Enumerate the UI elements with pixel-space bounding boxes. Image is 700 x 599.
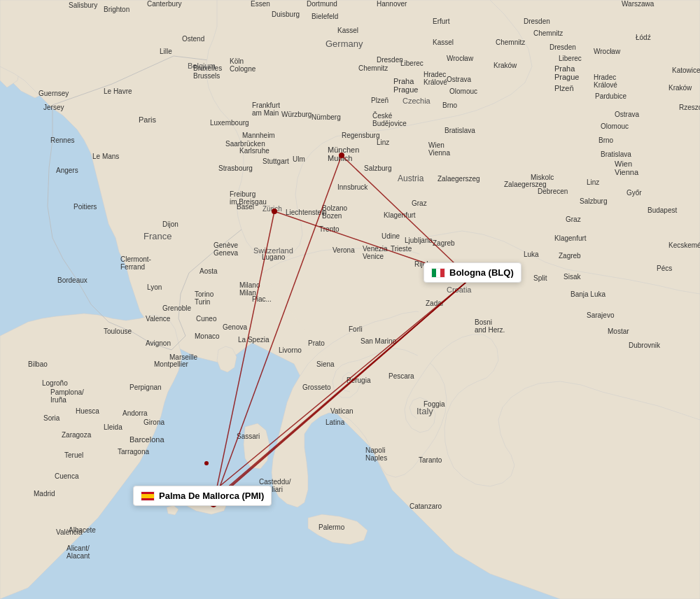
city-catanzaro: Catanzaro [410,502,442,510]
city-plzen2: Plzeň [554,84,574,92]
city-geneva: GenèveGeneva [214,241,238,257]
city-sisak: Sisak [564,273,580,281]
city-erfurt: Erfurt [433,17,449,25]
city-torino: TorinoTurin [195,290,214,306]
city-udine: Udine [382,232,400,240]
city-montpellier: Montpellier [154,360,188,368]
city-madrid: Madrid [34,490,55,498]
city-poitiers: Poitiers [74,203,97,211]
city-logrono: Logroño [42,379,68,387]
city-dubrovnik: Dubrovnik [629,341,660,349]
city-perugia: Perugia [346,376,370,384]
city-kassel: Kassel [433,38,454,46]
city-gyor: Győr [626,189,642,197]
city-zadar: Zadar [426,300,444,307]
city-stuttgart: Stuttgart [262,157,289,165]
city-frankfurt: Frankfurtam Main [252,101,280,117]
city-hradec2: HradecKrálové [594,73,617,89]
city-zalaegerszeg2: Zalaegerszeg [504,181,547,188]
city-bratislava2: Bratislava [601,150,631,158]
city-latina: Latina [326,418,344,426]
city-valence: Valence [146,315,170,323]
city-le-havre: Le Havre [104,87,132,95]
city-girona: Girona [144,418,164,426]
city-bolzano: BolzanoBozen [322,204,347,220]
city-liechtenstein: Liechtenstein [286,209,327,216]
city-graz2: Graz [566,216,581,223]
city-chemnitz3: Chemnitz [533,29,563,37]
city-lugano: Lugano [262,253,285,261]
city-essen: Essen [251,0,270,8]
city-zurich: Zürich [262,205,282,213]
city-prato: Prato [308,339,325,347]
city-zalaegerszeg: Zalaegerszeg [438,175,480,183]
city-germany: Germany [326,38,363,49]
city-bordeaux: Bordeaux [57,276,88,284]
city-pamplona: Pamplona/Iruña [50,388,84,404]
city-sassari: Sassari [237,432,260,440]
city-liberec: Liberec [400,59,424,67]
city-hannover: Hannover [377,0,407,8]
city-vienna2: WienVienna [615,160,638,176]
city-ceske: ČeskéBudějovice [372,112,407,127]
city-san-marino: San Marino [360,337,396,345]
city-bilbao: Bilbao [28,360,48,368]
city-paris: Paris [139,115,156,124]
city-duisburg: Duisburg [272,10,300,18]
city-chemnitz: Chemnitz [358,64,388,72]
city-salzburg: Salzburg [364,164,391,172]
city-cologne: KölnCologne [230,57,255,73]
city-zaragoza: Zaragoza [62,431,91,439]
city-prague: PrahaPrague [393,77,418,94]
city-croatia: Croatia [447,286,471,294]
city-naples: NapoliNaples [365,446,387,462]
city-sarajevo: Sarajevo [587,311,614,319]
city-basel: Basel [237,203,254,211]
city-debrecen: Debrecen [538,188,568,195]
city-ostrava: Ostrava [447,76,471,83]
city-lleida: Lleida [104,423,122,431]
city-huesca: Huesca [76,407,99,415]
airport-popup-blq: Bologna (BLQ) [424,262,522,283]
city-france: France [144,231,172,241]
city-lodz: Łódź [636,34,651,41]
city-bielefeld: Bielefeld [312,13,338,20]
spain-flag [141,491,155,501]
city-dresden: Dresden [377,56,403,64]
city-munich: MünchenMunich [328,146,359,162]
city-valencia: València [56,528,83,536]
city-mannheim: Mannheim [242,132,275,139]
city-luxembourg: Luxembourg [210,119,249,127]
city-bratislava: Bratislava [444,127,475,134]
city-cuenca: Cuenca [55,472,78,480]
city-angers: Angers [56,167,78,174]
city-livorno: Livorno [279,346,302,354]
city-graz: Graz [412,199,427,207]
airport-pmi-label: Palma De Mallorca (PMI) [159,491,264,501]
city-karlsruhe: Karlsruhe [239,147,270,155]
city-luka: Luka [524,251,539,258]
airport-popup-pmi: Palma De Mallorca (PMI) [133,486,272,506]
city-tarragona: Tarragona [118,448,149,456]
city-milano: MilanoMilan [239,281,260,297]
city-rzeszow: Rzeszów [679,104,700,111]
city-brighton: Brighton [104,6,130,13]
city-rennes: Rennes [50,136,74,144]
city-dijon: Dijon [162,220,178,228]
city-banja-luka: Banja Luka [570,290,606,298]
city-olomouc: Olomouc [449,87,477,95]
city-hradec: HradecKrálové [424,71,447,86]
city-venice: VeneziaVenice [363,245,388,260]
city-salzburg2: Salzburg [580,197,607,205]
city-budapest: Budapest [648,206,677,214]
city-ulm: Ulm [293,155,305,163]
city-nurnberg: Nürnberg [312,113,341,121]
city-grosseto: Grosseto [302,383,331,391]
city-lyon: Lyon [147,283,162,291]
city-trieste: Trieste [391,245,412,253]
city-pardubice: Pardubice [595,92,626,100]
city-strasbourg: Strasbourg [218,164,253,172]
city-perpignan: Perpignan [130,383,162,391]
city-katowice: Katowice [672,66,700,74]
city-zagreb2: Zagreb [559,252,581,260]
